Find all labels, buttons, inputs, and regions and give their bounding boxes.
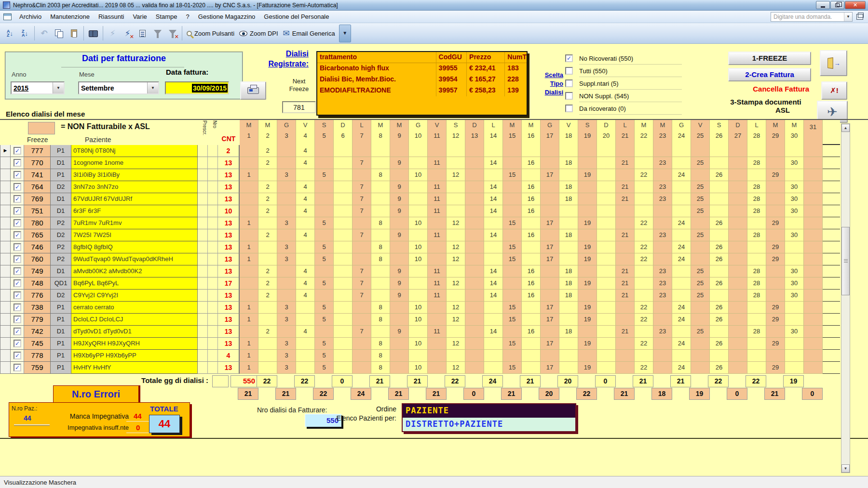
- mdi-restore-icon[interactable]: [856, 14, 863, 20]
- checkbox-checked[interactable]: ✓: [14, 159, 21, 167]
- zoom-dpi-button[interactable]: Zoom DPI: [237, 25, 281, 42]
- scrollbar-thumb[interactable]: [841, 227, 850, 295]
- patient-name[interactable]: H9Xb6yPP H9Xb6yPP: [71, 350, 198, 362]
- day-cell: [766, 229, 785, 241]
- checkbox-unchecked[interactable]: [565, 92, 573, 100]
- checkbox-checked[interactable]: ✓: [14, 231, 21, 239]
- chevron-down-icon[interactable]: ▼: [147, 82, 158, 93]
- menu-item-manutenzione[interactable]: Manutenzione: [46, 11, 94, 22]
- chevron-down-icon[interactable]: ▼: [844, 13, 852, 21]
- patient-name[interactable]: 7W25I 7W25I: [71, 229, 198, 241]
- search-input[interactable]: [771, 13, 844, 20]
- patient-name[interactable]: 3nN7zo 3nN7zo: [71, 181, 198, 193]
- checkbox-checked[interactable]: ✓: [14, 171, 21, 179]
- day-cell: [334, 229, 353, 241]
- patient-name[interactable]: dTyd0vD1 dTyd0vD1: [71, 326, 198, 338]
- checkbox-checked[interactable]: ✓: [14, 328, 21, 335]
- restore-button[interactable]: [830, 1, 844, 9]
- patient-name[interactable]: 67VdUJRf 67VdUJRf: [71, 193, 198, 205]
- close-button[interactable]: ✕: [845, 1, 866, 9]
- checkbox-checked[interactable]: ✓: [14, 364, 21, 371]
- filter-by-form-button[interactable]: [135, 25, 150, 42]
- checkbox-unchecked[interactable]: [565, 105, 573, 112]
- menu-item-gestione-magazzino[interactable]: Gestione Magazzino: [194, 11, 260, 22]
- patient-name[interactable]: 3I1i0iBy 3I1i0iBy: [71, 169, 198, 181]
- patient-name[interactable]: 0T80Nj 0T80Nj: [71, 145, 198, 157]
- checkbox-checked[interactable]: ✓: [14, 303, 21, 311]
- checkbox-unchecked[interactable]: [565, 79, 573, 87]
- patient-name[interactable]: 9WudTqvap0 9WudTqvap0dKRheH: [71, 253, 198, 265]
- toolbar-more-button[interactable]: ▼: [339, 25, 351, 42]
- checkbox-checked[interactable]: ✓: [14, 267, 21, 275]
- patient-name[interactable]: H9JXyQRH H9JXyQRH: [71, 338, 198, 350]
- patient-name[interactable]: cerrato cerrato: [71, 302, 198, 314]
- checkbox-checked[interactable]: ✓: [14, 255, 21, 263]
- checkbox-checked[interactable]: ✓: [14, 279, 21, 287]
- day-cell: 2: [258, 290, 277, 302]
- patient-name[interactable]: DcIoLCJ DcIoLCJ: [71, 314, 198, 326]
- patient-name[interactable]: 6r3F 6r3F: [71, 205, 198, 217]
- question-search-combo[interactable]: ▼: [771, 12, 853, 22]
- checkbox-checked[interactable]: ✓: [14, 147, 21, 155]
- order-option-1[interactable]: DISTRETTO+PAZIENTE: [403, 418, 575, 431]
- filter-lightning-button[interactable]: ⚡: [105, 25, 120, 42]
- undo-button[interactable]: ↶: [37, 25, 52, 42]
- crea-fattura-button[interactable]: 2-Crea Fattura: [728, 68, 811, 81]
- find-button[interactable]: [86, 25, 101, 42]
- filter-button[interactable]: [150, 25, 165, 42]
- checkbox-checked[interactable]: ✓: [14, 219, 21, 227]
- order-option-0[interactable]: PAZIENTE: [403, 404, 575, 418]
- day-cell: [258, 169, 277, 181]
- checkbox-checked[interactable]: ✓: [14, 291, 21, 299]
- mese-select[interactable]: Settembre ▼: [78, 81, 159, 94]
- patient-grid: ►✓777P10T80Nj 0T80Nj224✓770D11cognome 1n…: [0, 145, 840, 374]
- paste-button[interactable]: [67, 25, 81, 42]
- data-fattura-field[interactable]: 30/09/2015: [165, 81, 229, 94]
- checkbox-checked[interactable]: ✓: [14, 316, 21, 323]
- day-cell: [710, 181, 729, 193]
- scroll-up-icon[interactable]: ▲: [841, 124, 850, 132]
- day-cell: [465, 169, 484, 181]
- patient-name[interactable]: C9Yvj2I C9Yvj2I: [71, 290, 198, 302]
- menu-item-varie[interactable]: Varie: [128, 11, 151, 22]
- zoom-pulsanti-button[interactable]: Zoom Pulsanti: [184, 25, 237, 42]
- sort-descending-button[interactable]: ZA↓: [17, 25, 32, 42]
- copy-button[interactable]: [52, 25, 67, 42]
- patient-name[interactable]: Bq6PyL Bq6PyL: [71, 277, 198, 290]
- sort-ascending-button[interactable]: AZ↓: [2, 25, 17, 42]
- menu-item-stampe[interactable]: Stampe: [151, 11, 182, 22]
- next-freeze-value[interactable]: 781: [282, 101, 316, 113]
- checkbox-checked[interactable]: ✓: [14, 352, 21, 359]
- patient-name[interactable]: HvHfY HvHfY: [71, 362, 198, 374]
- delete-confirm-button[interactable]: ✗!: [821, 81, 847, 100]
- menu-item-archivio[interactable]: Archivio: [15, 11, 46, 22]
- patient-name[interactable]: 7uR1mv 7uR1mv: [71, 217, 198, 229]
- patient-name[interactable]: aMvdb00K2 aMvdb00K2: [71, 265, 198, 277]
- remove-filter-button[interactable]: ✕: [165, 25, 180, 42]
- checkbox-checked[interactable]: ✓: [14, 207, 21, 215]
- anno-select[interactable]: 2015 ▼: [11, 81, 65, 94]
- checkbox-checked[interactable]: ✓: [565, 54, 573, 62]
- exit-button[interactable]: →: [820, 50, 847, 76]
- menu-item-riassunti[interactable]: Riassunti: [94, 11, 128, 22]
- checkbox-checked[interactable]: ✓: [14, 340, 21, 347]
- scroll-down-icon[interactable]: ▼: [841, 464, 850, 473]
- day-cell: [371, 145, 390, 157]
- day-cell: [258, 241, 277, 253]
- vertical-scrollbar[interactable]: ▲ ▼: [841, 123, 850, 473]
- checkbox-unchecked[interactable]: [565, 67, 573, 75]
- freeze-button[interactable]: 1-FREEZE: [728, 52, 811, 65]
- checkbox-checked[interactable]: ✓: [14, 243, 21, 251]
- menu-item-gestione-del-personale[interactable]: Gestione del Personale: [259, 11, 333, 22]
- print-button[interactable]: [240, 81, 266, 100]
- filter-lightning-off-button[interactable]: ⚡✕: [120, 25, 135, 42]
- patient-name[interactable]: 1cognome 1nome: [71, 157, 198, 169]
- menu-item-?[interactable]: ?: [182, 11, 194, 22]
- checkbox-checked[interactable]: ✓: [14, 195, 21, 203]
- chevron-down-icon[interactable]: ▼: [53, 82, 64, 93]
- minimize-button[interactable]: [816, 1, 830, 9]
- email-generica-button[interactable]: ✉Email Generica: [281, 25, 338, 42]
- patient-name[interactable]: 8gfbIQ 8gfbIQ: [71, 241, 198, 253]
- checkbox-checked[interactable]: ✓: [14, 183, 21, 191]
- dialisi-registrate-line1: Dialisi: [258, 49, 309, 59]
